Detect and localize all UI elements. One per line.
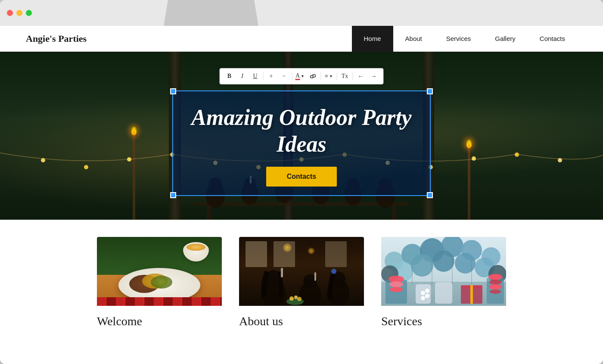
nav-link-services[interactable]: Services (434, 26, 483, 52)
svg-point-69 (425, 294, 429, 298)
svg-rect-65 (435, 282, 452, 304)
toolbar-align-button[interactable]: ≡ ▼ (323, 70, 335, 82)
svg-rect-15 (392, 206, 396, 220)
toolbar-underline-button[interactable]: U (249, 70, 261, 82)
handle-top-left[interactable] (170, 88, 176, 94)
toolbar-separator-5 (353, 72, 353, 81)
toolbar-separator-3 (321, 72, 321, 81)
nav-link-gallery[interactable]: Gallery (483, 26, 528, 52)
hero-selection-box[interactable]: Amazing Outdoor Party Ideas Contacts (172, 90, 431, 196)
navbar: Angie's Parties Home About Services Gall… (0, 26, 603, 52)
toolbar-link-button[interactable] (307, 70, 319, 82)
toolbar-decrease-button[interactable]: − (278, 70, 290, 82)
card-services-title: Services (381, 306, 506, 333)
minimize-button[interactable] (16, 10, 22, 16)
card-about-title: About us (239, 306, 364, 333)
svg-rect-13 (194, 202, 409, 206)
card-welcome: Welcome (97, 237, 222, 333)
svg-point-1 (84, 165, 88, 169)
tablecloth (97, 297, 222, 306)
svg-point-40 (289, 296, 294, 301)
svg-point-11 (515, 152, 519, 157)
svg-point-12 (558, 158, 562, 162)
svg-point-62 (389, 281, 403, 287)
handle-bottom-left[interactable] (170, 192, 176, 198)
card-welcome-title: Welcome (97, 306, 222, 333)
close-button[interactable] (7, 10, 13, 16)
nav-link-home[interactable]: Home (352, 26, 393, 52)
toolbar-separator-1 (263, 72, 264, 81)
card-about-image (239, 237, 364, 306)
candy-display-svg (381, 271, 506, 306)
svg-point-63 (390, 287, 403, 292)
hero-title[interactable]: Amazing Outdoor Party Ideas (190, 104, 413, 158)
svg-point-38 (331, 269, 336, 274)
maximize-button[interactable] (26, 10, 32, 16)
svg-point-10 (472, 156, 476, 161)
svg-point-74 (488, 274, 502, 280)
toolbar-undo-button[interactable]: ← (355, 70, 367, 82)
svg-rect-32 (281, 268, 283, 277)
svg-point-76 (489, 284, 502, 289)
svg-point-42 (297, 297, 302, 301)
toolbar-fontcolor-button[interactable]: A ▼ (294, 70, 306, 82)
card-welcome-image (97, 237, 222, 306)
svg-point-67 (425, 289, 429, 293)
toolbar-increase-button[interactable]: + (265, 70, 277, 82)
toolbar-redo-button[interactable]: → (368, 70, 380, 82)
browser-chrome (0, 0, 603, 26)
toolbar-bold-button[interactable]: B (224, 70, 236, 82)
svg-point-68 (421, 296, 425, 300)
toolbar-italic-button[interactable]: I (236, 70, 249, 82)
browser-window: Angie's Parties Home About Services Gall… (0, 0, 603, 364)
svg-rect-14 (207, 206, 211, 220)
svg-point-77 (490, 289, 501, 294)
cards-section: Welcome (0, 220, 603, 350)
site-logo: Angie's Parties (26, 33, 87, 44)
card-services: Services (381, 237, 506, 333)
svg-point-2 (127, 157, 131, 162)
svg-point-66 (421, 291, 425, 295)
card-about: About us (239, 237, 364, 333)
handle-bottom-right[interactable] (427, 192, 433, 198)
handle-top-right[interactable] (427, 88, 433, 94)
toolbar-clearformat-button[interactable]: Tx (339, 70, 351, 82)
card-services-image (381, 237, 506, 306)
svg-point-41 (294, 296, 298, 299)
toolbar-separator-2 (292, 72, 292, 81)
nav-link-contacts[interactable]: Contacts (528, 26, 577, 52)
party-people-svg (239, 237, 364, 306)
nav-links: Home About Services Gallery Contacts (352, 26, 577, 52)
site-content: Angie's Parties Home About Services Gall… (0, 26, 603, 350)
hero-section: B I U + − A ▼ ≡ (0, 52, 603, 220)
editor-toolbar: B I U + − A ▼ ≡ (220, 68, 384, 84)
svg-point-0 (41, 158, 45, 162)
svg-point-51 (433, 250, 454, 272)
svg-rect-72 (470, 285, 473, 304)
food-items (125, 271, 194, 296)
svg-point-52 (455, 253, 476, 274)
nav-link-about[interactable]: About (393, 26, 434, 52)
toolbar-separator-4 (337, 72, 337, 81)
hero-cta-button[interactable]: Contacts (266, 167, 337, 187)
torch-left (133, 134, 135, 220)
svg-point-75 (489, 280, 501, 285)
svg-rect-35 (314, 272, 316, 281)
browser-tab[interactable] (164, 0, 258, 26)
